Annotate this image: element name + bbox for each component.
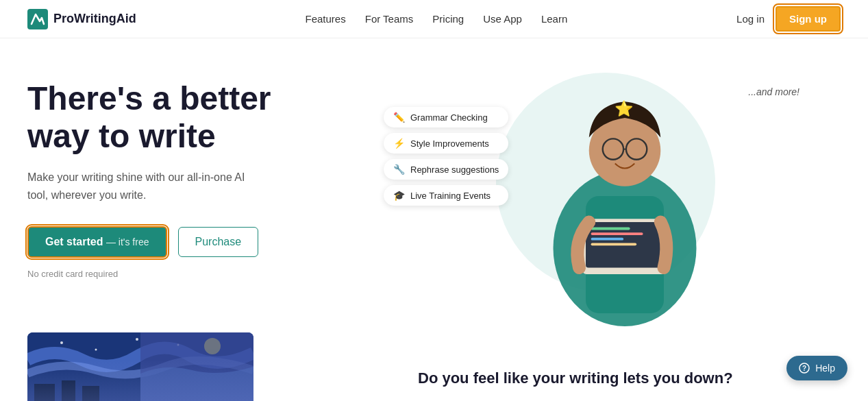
signup-button[interactable]: Sign up <box>776 6 841 32</box>
help-icon: ? <box>799 363 810 374</box>
hero-subtitle: Make your writing shine with our all-in-… <box>27 169 260 204</box>
logo-icon <box>27 9 48 29</box>
image-overlay <box>27 360 253 401</box>
svg-rect-12 <box>591 243 636 245</box>
grammar-icon: ✏️ <box>393 112 405 123</box>
get-started-button[interactable]: Get started — it's free <box>27 226 167 258</box>
svg-point-17 <box>136 338 138 341</box>
svg-point-16 <box>95 349 97 351</box>
svg-rect-10 <box>591 232 643 235</box>
nav-pricing[interactable]: Pricing <box>432 13 464 25</box>
logo-text: ProWritingAid <box>53 12 136 26</box>
svg-rect-11 <box>591 238 623 241</box>
and-more-text: ...and more! <box>748 86 799 97</box>
purchase-button[interactable]: Purchase <box>178 227 259 257</box>
style-icon: ⚡ <box>393 138 405 149</box>
nav-use-app[interactable]: Use App <box>483 13 522 25</box>
no-card-text: No credit card required <box>27 269 370 279</box>
logo[interactable]: ProWritingAid <box>27 9 136 29</box>
nav-for-teams[interactable]: For Teams <box>365 13 414 25</box>
svg-point-15 <box>60 341 63 344</box>
hero-section: There's a better way to write Make your … <box>0 38 868 401</box>
nav-links: Features For Teams Pricing Use App Learn <box>306 13 568 25</box>
pill-training: 🎓 Live Training Events <box>384 185 508 206</box>
navigation: ProWritingAid Features For Teams Pricing… <box>0 0 868 38</box>
pill-grammar: ✏️ Grammar Checking <box>384 107 508 127</box>
training-icon: 🎓 <box>393 190 405 201</box>
feature-pills: ✏️ Grammar Checking ⚡ Style Improvements… <box>384 107 508 206</box>
hero-content: There's a better way to write Make your … <box>27 66 370 279</box>
svg-text:?: ? <box>802 365 806 372</box>
bottom-question: Do you feel like your writing lets you d… <box>418 369 733 401</box>
rephrase-icon: 🔧 <box>393 164 405 175</box>
help-button[interactable]: ? Help <box>786 356 847 380</box>
svg-rect-9 <box>591 228 630 230</box>
pill-rephrase: 🔧 Rephrase suggestions <box>384 159 508 180</box>
login-button[interactable]: Log in <box>736 13 765 25</box>
hero-title: There's a better way to write <box>27 80 370 155</box>
nav-features[interactable]: Features <box>306 13 346 25</box>
star-decoration: ⭐ <box>615 100 633 118</box>
nav-learn[interactable]: Learn <box>541 13 567 25</box>
bottom-teaser: Do you feel like your writing lets you d… <box>0 332 868 401</box>
starry-night-image <box>27 332 253 401</box>
pill-style: ⚡ Style Improvements <box>384 133 508 154</box>
hero-visual: ⭐ ...and more! ✏️ Grammar Checking ⚡ Sty… <box>370 66 841 340</box>
hero-buttons: Get started — it's free Purchase <box>27 226 370 258</box>
nav-actions: Log in Sign up <box>736 6 841 32</box>
